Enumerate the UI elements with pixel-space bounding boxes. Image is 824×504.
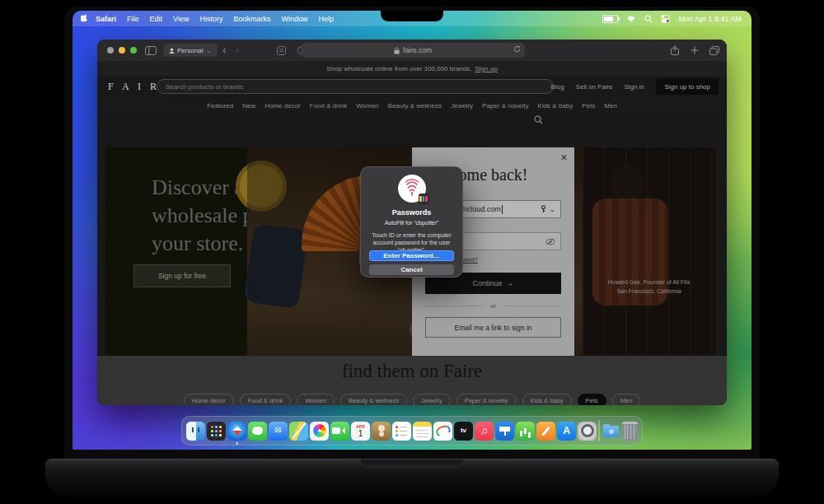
dock-trash-icon[interactable] [622, 422, 638, 441]
search-icon[interactable] [534, 115, 543, 124]
category-pill[interactable]: Beauty & wellness [340, 394, 407, 405]
sidebar-icon[interactable] [143, 43, 158, 58]
email-link-button[interactable]: Email me a link to sign in [425, 317, 561, 338]
touch-id-icon [398, 175, 426, 203]
dock-tv-icon[interactable]: tv [454, 422, 473, 441]
header-link[interactable]: Blog [551, 83, 564, 91]
dialog-app-name: Passwords [361, 208, 462, 217]
close-window-button[interactable] [107, 47, 114, 54]
arrow-right-icon: → [507, 279, 514, 287]
category-pill[interactable]: Food & drink [240, 394, 292, 405]
spotlight-search-icon[interactable] [644, 15, 653, 23]
signup-to-shop-button[interactable]: Sign up to shop [656, 78, 719, 95]
dock-messages-icon[interactable] [248, 422, 267, 441]
dock-downloads-folder-icon[interactable] [602, 422, 620, 441]
control-center-icon[interactable] [661, 15, 670, 23]
tab-overview-icon[interactable] [707, 43, 722, 58]
header-link[interactable]: Sign in [625, 83, 644, 91]
category-link[interactable]: Food & drink [310, 102, 347, 110]
dock-contacts-icon[interactable] [372, 422, 391, 441]
macbook-frame: SafariFileEditViewHistoryBookmarksWindow… [64, 7, 760, 459]
category-pill[interactable]: Pets [578, 394, 606, 405]
category-link[interactable]: Kids & baby [538, 102, 574, 110]
menubar-item[interactable]: File [127, 15, 139, 23]
or-divider: or [425, 302, 561, 310]
category-nav: FeaturedNewHome decorFood & drinkWomenBe… [97, 97, 727, 114]
dock-app-store-icon[interactable]: A [557, 422, 576, 441]
dock-music-icon[interactable]: ♫ [475, 422, 494, 441]
menubar-item[interactable]: Window [281, 15, 307, 23]
dock-finder-icon[interactable] [186, 422, 205, 441]
share-icon[interactable] [667, 43, 682, 58]
hero-headline: Discover and wholesale pr your store. [152, 174, 247, 258]
category-pill[interactable]: Paper & novelty [456, 394, 517, 405]
category-pill[interactable]: Home decor [184, 394, 234, 405]
url-text: faire.com [403, 46, 432, 54]
category-link[interactable]: New [242, 102, 255, 110]
search-input[interactable]: Search products or brands [157, 79, 554, 94]
wifi-icon[interactable] [626, 15, 636, 22]
category-link[interactable]: Home decor [265, 102, 301, 110]
dock-facetime-icon[interactable] [330, 422, 349, 441]
profile-switcher[interactable]: Personal ⌄ [163, 44, 218, 57]
chevron-down-icon: ⌄ [549, 205, 555, 213]
category-pill[interactable]: Jewelry [413, 394, 450, 405]
new-tab-icon[interactable] [687, 43, 702, 58]
reload-icon[interactable] [513, 45, 521, 53]
apple-menu-icon[interactable] [81, 14, 89, 23]
menubar-item[interactable]: View [173, 15, 189, 23]
category-link[interactable]: Paper & novelty [482, 102, 528, 110]
menubar-item[interactable]: Edit [150, 15, 163, 23]
promo-signup-link[interactable]: Sign up [475, 65, 497, 72]
cancel-button[interactable]: Cancel [369, 264, 454, 275]
category-link[interactable]: Featured [207, 102, 233, 110]
menubar-item[interactable]: Bookmarks [233, 15, 270, 23]
menubar-item[interactable]: History [199, 15, 222, 23]
dock-photos-icon[interactable] [310, 422, 329, 441]
category-pills: Home decorFood & drinkWomenBeauty & well… [97, 394, 727, 405]
dock-reminders-icon[interactable] [392, 422, 411, 441]
category-pill[interactable]: Women [297, 394, 335, 405]
dock-mail-icon[interactable]: ✉ [269, 422, 288, 441]
dock-notes-icon[interactable] [413, 422, 432, 441]
forward-button[interactable]: › [231, 44, 244, 56]
minimize-window-button[interactable] [119, 47, 125, 54]
dock-pages-icon[interactable] [536, 422, 555, 441]
dock-freeform-icon[interactable] [433, 422, 452, 441]
signup-free-button[interactable]: Sign up for free [133, 264, 231, 287]
menubar-item[interactable]: Help [318, 15, 334, 23]
dock-safari-icon[interactable] [227, 422, 246, 441]
category-link[interactable]: Jewelry [451, 102, 473, 110]
zoom-window-button[interactable] [130, 47, 137, 54]
dock-separator-icon[interactable] [598, 420, 600, 441]
show-password-eye-icon[interactable] [545, 238, 555, 245]
header-link[interactable]: Sell on Faire [576, 83, 613, 91]
enter-password-button[interactable]: Enter Password… [369, 250, 454, 261]
passwords-key-icon[interactable] [540, 205, 547, 213]
category-pill[interactable]: Men [612, 394, 641, 405]
menu-bar-clock[interactable]: Mon Apr 1 9:41 AM [678, 15, 742, 23]
site-header: F A I R E Search products or brands Blog… [97, 76, 727, 97]
menubar-item[interactable]: Safari [96, 15, 116, 23]
laptop-base [45, 459, 779, 497]
section-heading: find them on Faire [97, 361, 727, 382]
photo-caption: Howard Gee, Founder of All Fits San Fran… [583, 278, 715, 296]
address-bar[interactable]: faire.com [301, 43, 525, 58]
dock-keynote-icon[interactable] [495, 422, 514, 441]
back-button[interactable]: ‹ [218, 44, 231, 56]
dock-maps-icon[interactable] [289, 422, 308, 441]
dock-system-settings-icon[interactable] [578, 422, 597, 441]
page-settings-icon[interactable] [274, 43, 288, 58]
category-link[interactable]: Beauty & wellness [388, 102, 442, 110]
category-pill[interactable]: Kids & baby [522, 394, 572, 405]
category-link[interactable]: Men [604, 102, 617, 110]
close-icon[interactable]: ✕ [560, 153, 568, 162]
dock-numbers-icon[interactable] [516, 422, 535, 441]
dock-launchpad-icon[interactable] [207, 422, 226, 441]
category-link[interactable]: Pets [582, 102, 595, 110]
category-link[interactable]: Women [356, 102, 378, 110]
battery-icon [602, 15, 618, 23]
dock-calendar-icon[interactable]: APR1 [351, 422, 370, 441]
chevron-down-icon: ⌄ [206, 46, 213, 54]
camera-notch [381, 11, 443, 21]
